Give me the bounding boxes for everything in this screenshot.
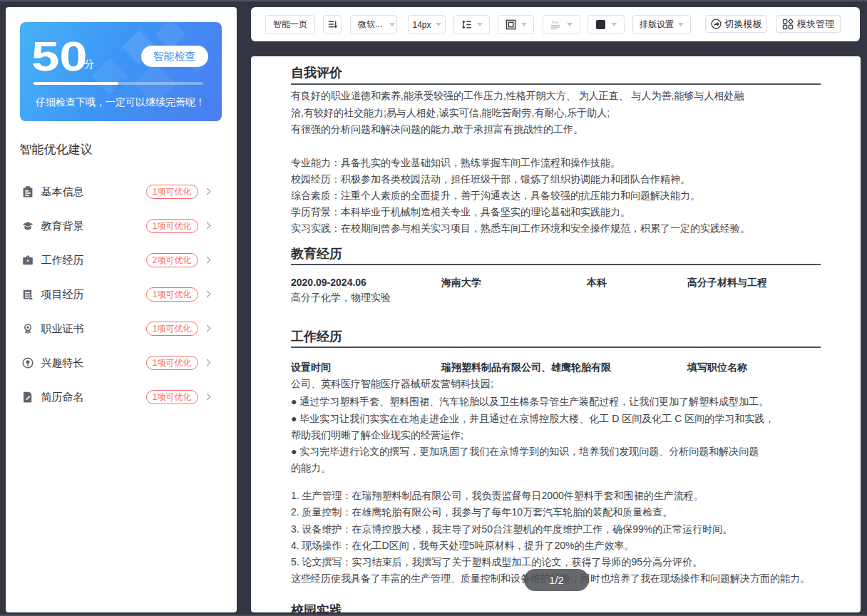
svg-text:Title: Title xyxy=(551,20,558,24)
